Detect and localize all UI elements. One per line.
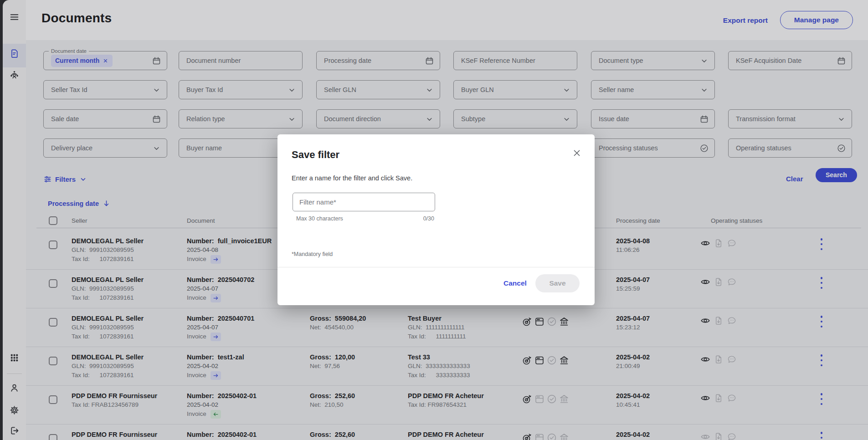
mandatory-field-note: *Mandatory field	[292, 251, 333, 257]
helper-text: Max 30 characters	[296, 215, 343, 222]
dialog-description: Enter a name for the filter and click Sa…	[292, 174, 412, 182]
save-button[interactable]: Save	[535, 274, 580, 292]
input-helper-row: Max 30 characters 0/30	[293, 215, 435, 222]
dialog-title: Save filter	[292, 149, 339, 161]
char-counter: 0/30	[423, 215, 434, 222]
dialog-footer-divider	[277, 267, 595, 267]
cancel-button[interactable]: Cancel	[503, 279, 527, 287]
filter-name-input[interactable]	[293, 193, 435, 211]
close-icon[interactable]	[572, 148, 583, 159]
save-filter-dialog: Save filter Enter a name for the filter …	[277, 134, 595, 305]
